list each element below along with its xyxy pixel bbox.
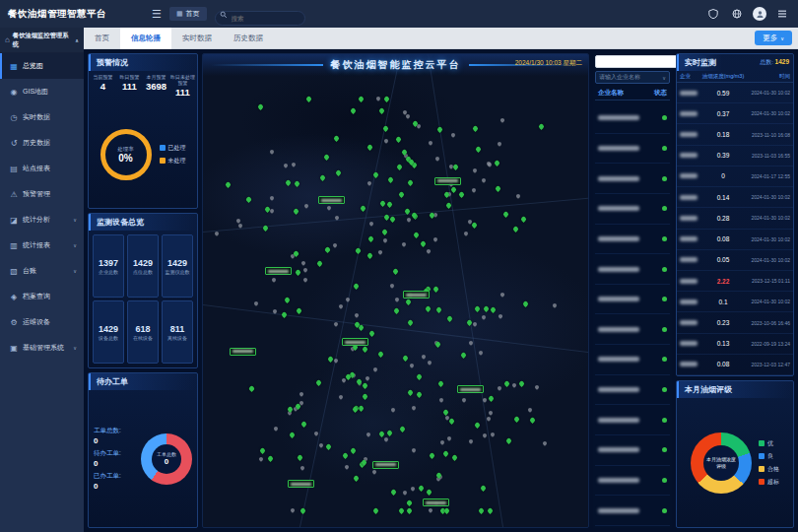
map-marker[interactable]	[366, 376, 371, 382]
map-marker[interactable]	[398, 190, 405, 197]
map-marker[interactable]	[345, 297, 351, 302]
map-marker[interactable]	[290, 507, 296, 513]
map-marker[interactable]	[402, 490, 408, 496]
company-list-item[interactable]	[595, 314, 670, 345]
map-company-label[interactable]	[423, 499, 449, 506]
map-marker[interactable]	[273, 426, 279, 432]
map-marker[interactable]	[333, 358, 339, 364]
map-marker[interactable]	[481, 177, 487, 183]
company-list-item[interactable]	[595, 345, 670, 375]
map-marker[interactable]	[257, 103, 264, 110]
map-marker[interactable]	[427, 360, 432, 366]
company-list-item[interactable]	[595, 164, 670, 194]
map-marker[interactable]	[478, 350, 484, 356]
sidebar-item[interactable]: ▥ 统计报表 ∨	[0, 233, 84, 258]
map-marker[interactable]	[389, 283, 395, 289]
map-marker[interactable]	[368, 222, 374, 228]
map-marker[interactable]	[392, 268, 399, 275]
map-marker[interactable]	[505, 437, 512, 444]
company-select[interactable]: 请输入企业名称 ∨	[595, 71, 670, 84]
map-marker[interactable]	[382, 125, 389, 132]
map-marker[interactable]	[342, 452, 349, 459]
map-marker[interactable]	[382, 96, 389, 102]
map-marker[interactable]	[458, 191, 465, 198]
map-marker[interactable]	[522, 300, 529, 307]
map-company-label[interactable]	[403, 291, 430, 299]
map-marker[interactable]	[375, 96, 381, 101]
map-marker[interactable]	[285, 179, 292, 186]
map-marker[interactable]	[461, 397, 467, 403]
map-marker[interactable]	[386, 430, 393, 436]
map-marker[interactable]	[442, 450, 449, 457]
sidebar-item[interactable]: ▦ 总览图 ∨	[0, 53, 84, 79]
map-marker[interactable]	[478, 507, 485, 514]
map-marker[interactable]	[313, 431, 319, 436]
map-marker[interactable]	[434, 156, 440, 162]
map-marker[interactable]	[438, 397, 444, 403]
map-marker[interactable]	[302, 267, 308, 273]
map-marker[interactable]	[503, 380, 510, 387]
map-marker[interactable]	[299, 507, 306, 514]
map-marker[interactable]	[428, 507, 433, 513]
page-tab[interactable]: 信息轮播	[120, 28, 171, 49]
map-marker[interactable]	[411, 448, 417, 454]
hamburger-menu-icon[interactable]: ☰	[152, 8, 162, 21]
map-marker[interactable]	[324, 246, 331, 253]
map-marker[interactable]	[482, 432, 488, 438]
map-marker[interactable]	[335, 169, 342, 176]
map-marker[interactable]	[542, 441, 548, 447]
map-marker[interactable]	[487, 507, 494, 514]
map-marker[interactable]	[463, 231, 469, 236]
realtime-table-row[interactable]: 0.08 2024-01-30 10:02	[677, 230, 793, 250]
map-marker[interactable]	[497, 385, 502, 391]
map-marker[interactable]	[353, 283, 360, 290]
map-marker[interactable]	[377, 249, 383, 255]
user-avatar[interactable]	[753, 7, 766, 21]
map-marker[interactable]	[350, 107, 357, 114]
map-marker[interactable]	[425, 305, 432, 312]
map-marker[interactable]	[377, 351, 384, 358]
map-marker[interactable]	[293, 250, 299, 257]
map-marker[interactable]	[404, 208, 411, 215]
map-marker[interactable]	[418, 485, 425, 492]
sidebar-item[interactable]: ◉ GIS地图 ∨	[0, 79, 84, 104]
page-tab[interactable]: 历史数据	[223, 28, 274, 49]
map-marker[interactable]	[494, 159, 500, 166]
map-marker[interactable]	[315, 379, 322, 386]
map-marker[interactable]	[436, 126, 443, 133]
realtime-table-row[interactable]: 0.05 2024-01-30 10:02	[677, 250, 793, 271]
map-marker[interactable]	[452, 164, 459, 170]
map-marker[interactable]	[324, 443, 331, 450]
topbar-search-input[interactable]	[215, 11, 305, 26]
map-marker[interactable]	[434, 341, 441, 348]
map-marker[interactable]	[372, 507, 379, 514]
map-marker[interactable]	[327, 356, 334, 363]
map-marker[interactable]	[499, 293, 505, 299]
map-marker[interactable]	[446, 435, 452, 441]
sidebar-item[interactable]: ⚠ 预警管理 ∨	[0, 181, 84, 207]
more-button[interactable]: 更多 ∨	[755, 31, 792, 45]
sidebar-item[interactable]: ◪ 统计分析 ∨	[0, 207, 84, 233]
company-list-item[interactable]	[595, 254, 670, 285]
map-marker[interactable]	[466, 319, 473, 326]
map-marker[interactable]	[460, 352, 467, 359]
sidebar-item[interactable]: ▧ 台账 ∨	[0, 258, 84, 284]
map-marker[interactable]	[269, 195, 275, 201]
map-marker[interactable]	[362, 393, 368, 400]
map-marker[interactable]	[225, 181, 232, 188]
sidebar-item[interactable]: ▤ 站点报表 ∨	[0, 156, 84, 181]
company-list-item[interactable]	[595, 285, 670, 315]
map-marker[interactable]	[353, 475, 360, 482]
map-marker[interactable]	[553, 302, 559, 308]
map-marker[interactable]	[402, 355, 409, 362]
map-marker[interactable]	[396, 164, 403, 170]
map-marker[interactable]	[299, 465, 305, 471]
map-marker[interactable]	[413, 232, 420, 238]
map-marker[interactable]	[407, 389, 414, 396]
map-marker[interactable]	[437, 380, 444, 387]
map-marker[interactable]	[528, 417, 535, 424]
company-list-item[interactable]	[595, 466, 670, 497]
map-marker[interactable]	[383, 138, 389, 144]
map-marker[interactable]	[323, 154, 330, 161]
map-marker[interactable]	[299, 391, 304, 397]
